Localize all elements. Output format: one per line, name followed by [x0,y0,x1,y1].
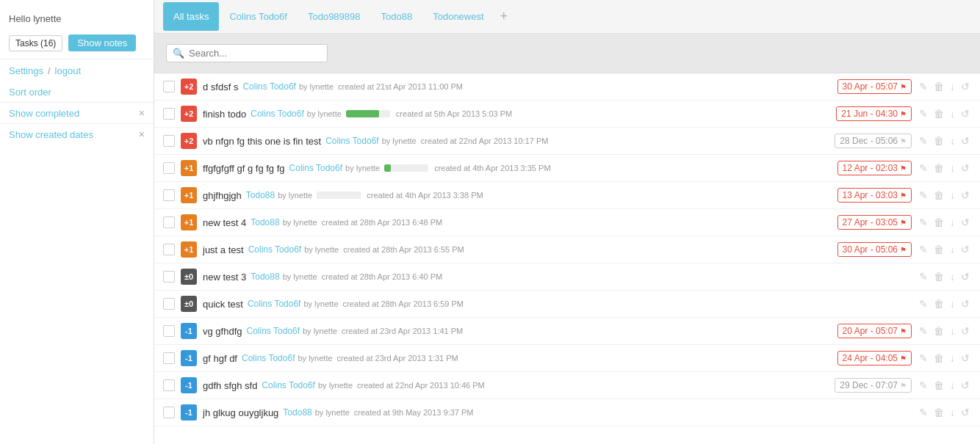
show-completed-close[interactable]: × [139,107,145,119]
search-input[interactable] [189,48,306,59]
task-refresh-button[interactable]: ↺ [959,189,971,201]
task-move-down-button[interactable]: ↓ [948,271,956,283]
task-move-down-button[interactable]: ↓ [948,189,956,201]
tab-colins[interactable]: Colins Todo6f [219,2,298,31]
task-delete-button[interactable]: 🗑 [932,135,945,147]
task-edit-button[interactable]: ✎ [918,379,929,391]
task-checkbox[interactable] [163,244,175,255]
task-delete-button[interactable]: 🗑 [932,108,945,120]
tab-todonewest[interactable]: Todonewest [422,2,494,31]
tasks-badge[interactable]: Tasks (16) [9,35,62,51]
task-refresh-button[interactable]: ↺ [959,271,971,283]
task-checkbox[interactable] [163,81,175,92]
task-name: jh glkug ouygljkug [203,407,278,418]
task-refresh-button[interactable]: ↺ [959,352,971,364]
task-delete-button[interactable]: 🗑 [932,271,945,283]
show-notes-button[interactable]: Show notes [68,34,136,51]
task-refresh-button[interactable]: ↺ [959,162,971,174]
task-checkbox[interactable] [163,162,175,174]
task-list-tag[interactable]: Colins Todo6f [289,163,343,173]
task-refresh-button[interactable]: ↺ [959,135,971,147]
show-created-close[interactable]: × [139,128,145,140]
task-edit-button[interactable]: ✎ [918,108,929,120]
task-delete-button[interactable]: 🗑 [932,189,945,201]
task-delete-button[interactable]: 🗑 [932,216,945,228]
task-list-tag[interactable]: Todo88 [251,272,279,282]
settings-link[interactable]: Settings [9,65,43,76]
add-tab-button[interactable]: + [494,9,514,24]
task-move-down-button[interactable]: ↓ [948,216,956,228]
task-checkbox[interactable] [163,135,175,147]
task-edit-button[interactable]: ✎ [918,244,929,255]
task-move-down-button[interactable]: ↓ [948,81,956,92]
task-move-down-button[interactable]: ↓ [948,407,956,418]
task-list-tag[interactable]: Colins Todo6f [242,81,296,92]
task-checkbox[interactable] [163,379,175,391]
task-refresh-button[interactable]: ↺ [959,108,971,120]
task-move-down-button[interactable]: ↓ [948,379,956,391]
show-created-label[interactable]: Show created dates [9,129,93,140]
logout-link[interactable]: logout [55,65,81,76]
task-refresh-button[interactable]: ↺ [959,244,971,255]
task-list-tag[interactable]: Colins Todo6f [248,299,301,309]
task-checkbox[interactable] [163,271,175,283]
task-checkbox[interactable] [163,108,175,120]
task-checkbox[interactable] [163,352,175,364]
task-list-tag[interactable]: Colins Todo6f [262,380,315,390]
task-edit-button[interactable]: ✎ [918,352,929,364]
task-name: vb nfgn fg this one is fin test [203,136,321,147]
sort-order-link[interactable]: Sort order [0,82,154,102]
task-delete-button[interactable]: 🗑 [932,81,945,92]
task-list-tag[interactable]: Colins Todo6f [247,326,300,336]
task-delete-button[interactable]: 🗑 [932,325,945,337]
task-refresh-button[interactable]: ↺ [959,216,971,228]
task-list-tag[interactable]: Todo88 [246,190,275,200]
task-list-tag[interactable]: Colins Todo6f [251,109,304,119]
task-edit-button[interactable]: ✎ [918,407,929,418]
task-checkbox[interactable] [163,216,175,228]
task-due-flag-icon: ⚑ [900,246,907,254]
task-list-tag[interactable]: Todo88 [251,217,279,228]
task-checkbox[interactable] [163,189,175,201]
task-refresh-button[interactable]: ↺ [959,379,971,391]
task-list-tag[interactable]: Colins Todo6f [248,244,302,255]
task-edit-button[interactable]: ✎ [918,135,929,147]
task-checkbox[interactable] [163,407,175,418]
tab-todo989898[interactable]: Todo989898 [298,2,371,31]
task-edit-button[interactable]: ✎ [918,216,929,228]
task-delete-button[interactable]: 🗑 [932,407,945,418]
task-by: by lynette [278,191,312,200]
show-completed-label[interactable]: Show completed [9,108,79,119]
task-due-flag-icon: ⚑ [900,354,907,363]
task-move-down-button[interactable]: ↓ [948,162,956,174]
task-checkbox[interactable] [163,325,175,337]
tab-todo88[interactable]: Todo88 [371,2,423,31]
task-refresh-button[interactable]: ↺ [959,407,971,418]
task-edit-button[interactable]: ✎ [918,189,929,201]
task-edit-button[interactable]: ✎ [918,81,929,92]
task-move-down-button[interactable]: ↓ [948,298,956,310]
task-move-down-button[interactable]: ↓ [948,352,956,364]
task-delete-button[interactable]: 🗑 [932,379,945,391]
task-move-down-button[interactable]: ↓ [948,244,956,255]
task-edit-button[interactable]: ✎ [918,298,929,310]
task-delete-button[interactable]: 🗑 [932,244,945,255]
task-delete-button[interactable]: 🗑 [932,298,945,310]
task-move-down-button[interactable]: ↓ [948,135,956,147]
task-checkbox[interactable] [163,298,175,310]
tab-all[interactable]: All tasks [163,2,219,31]
task-edit-button[interactable]: ✎ [918,162,929,174]
task-list-tag[interactable]: Todo88 [283,407,311,418]
task-move-down-button[interactable]: ↓ [948,325,956,337]
task-delete-button[interactable]: 🗑 [932,162,945,174]
task-delete-button[interactable]: 🗑 [932,352,945,364]
task-list-tag[interactable]: Colins Todo6f [325,136,379,146]
task-move-down-button[interactable]: ↓ [948,108,956,120]
task-edit-button[interactable]: ✎ [918,271,929,283]
task-row: +2vb nfgn fg this one is fin testColins … [154,128,980,155]
task-refresh-button[interactable]: ↺ [959,81,971,92]
task-refresh-button[interactable]: ↺ [959,298,971,310]
task-refresh-button[interactable]: ↺ [959,325,971,337]
task-edit-button[interactable]: ✎ [918,325,929,337]
task-list-tag[interactable]: Colins Todo6f [242,353,295,363]
